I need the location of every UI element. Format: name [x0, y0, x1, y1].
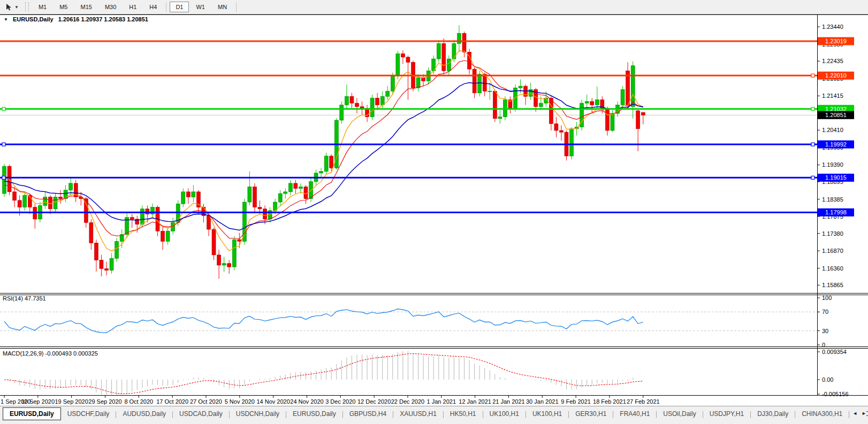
tab-xauusd-h1[interactable]: XAUUSD,H1: [393, 407, 443, 420]
price-tick-label: 1.16360: [822, 265, 843, 272]
price-tag[interactable]: 1.20851: [818, 111, 854, 119]
timeframe-button-h1[interactable]: H1: [123, 2, 142, 12]
timeframe-button-h4[interactable]: H4: [143, 2, 163, 12]
price-tag[interactable]: 1.23019: [818, 37, 854, 45]
cursor-tool-icon[interactable]: [3, 2, 14, 12]
candles-layer[interactable]: [3, 25, 645, 279]
symbol-period-label: EURUSD,Daily: [13, 16, 54, 22]
svg-text:1.19015: 1.19015: [825, 174, 847, 181]
price-tag[interactable]: 1.17998: [818, 209, 854, 217]
date-tick-label: 30 Jan 2021: [526, 398, 559, 405]
tab-gbpusd-h4[interactable]: GBPUSD,H4: [343, 407, 393, 420]
rsi-tick-label: 70: [822, 309, 828, 315]
rsi-line: [4, 309, 643, 333]
rsi-indicator-label: RSI(14) 47.7351: [3, 295, 46, 302]
line-handle[interactable]: [2, 143, 5, 146]
date-axis[interactable]: 1 Sep 202010 Sep 202019 Sep 202029 Sep 2…: [1, 395, 660, 405]
svg-text:1.22010: 1.22010: [825, 72, 847, 79]
svg-text:1.19992: 1.19992: [825, 141, 847, 148]
tab-dj30-daily[interactable]: DJ30,Daily: [751, 407, 795, 420]
date-tick-label: 1 Jan 2021: [427, 398, 456, 405]
line-handle[interactable]: [811, 143, 814, 146]
date-tick-label: 10 Sep 2020: [21, 398, 55, 405]
rsi-tick-label: 30: [822, 328, 828, 334]
macd-tick-label: -0.005156: [822, 391, 849, 397]
ma-slow-line: [4, 83, 643, 230]
price-tick-label: 1.15865: [822, 282, 843, 288]
tab-fra40-h1[interactable]: FRA40,H1: [613, 407, 656, 420]
date-tick-label: 24 Nov 2020: [290, 398, 323, 405]
toolbar-separator: [236, 2, 237, 12]
line-handle[interactable]: [2, 107, 5, 111]
price-tick-label: 1.20410: [822, 127, 843, 133]
tab-eurusd-daily[interactable]: EURUSD,Daily: [3, 407, 61, 420]
date-tick-label: 8 Oct 2020: [124, 398, 153, 405]
date-tick-label: 27 Oct 2020: [190, 398, 222, 405]
tab-uk100-h1[interactable]: UK100,H1: [526, 407, 568, 420]
tab-usdcad-daily[interactable]: USDCAD,Daily: [173, 407, 229, 420]
timeframe-button-m15[interactable]: M15: [74, 2, 97, 12]
tab-ger30-h1[interactable]: GER30,H1: [569, 407, 613, 420]
date-tick-label: 12 Jan 2021: [459, 398, 491, 405]
tab-audusd-daily[interactable]: AUDUSD,Daily: [116, 407, 172, 420]
tab-usdchf-daily[interactable]: USDCHF,Daily: [61, 407, 116, 420]
hlines-layer: [0, 41, 817, 212]
date-tick-label: 5 Nov 2020: [225, 398, 255, 405]
price-tag[interactable]: 1.22010: [818, 72, 854, 80]
rsi-tick-label: 0: [822, 342, 825, 348]
tool-dropdown-caret[interactable]: ▼: [14, 5, 19, 10]
tab-usdcnh-daily[interactable]: USDCNH,Daily: [230, 407, 286, 420]
tab-eurusd-daily[interactable]: EURUSD,Daily: [286, 407, 342, 420]
svg-text:1.17998: 1.17998: [825, 209, 847, 215]
timeframe-button-m30[interactable]: M30: [99, 2, 122, 12]
line-handle[interactable]: [811, 176, 814, 179]
line-handle[interactable]: [811, 74, 814, 77]
price-tick-label: 1.19390: [822, 161, 843, 168]
toolbar-separator: [166, 2, 166, 12]
tab-scroll-right-icon[interactable]: ►: [862, 411, 866, 416]
timeframe-button-d1[interactable]: D1: [170, 2, 189, 12]
cursor-arrow-glyph: [5, 3, 12, 11]
tab-china300-h1[interactable]: CHINA300,H1: [795, 407, 849, 420]
tab-scroll-left-icon[interactable]: ◄: [852, 411, 857, 416]
date-tick-label: 17 Oct 2020: [156, 398, 188, 405]
date-tick-label: 14 Nov 2020: [256, 398, 290, 405]
price-tick-label: 1.22435: [822, 58, 843, 64]
chart-canvas[interactable]: 1.234401.229301.224351.219251.214151.209…: [0, 0, 868, 424]
line-handle[interactable]: [811, 107, 814, 111]
rsi-tick-label: 100: [822, 295, 832, 301]
svg-text:1.20851: 1.20851: [825, 112, 847, 118]
moving-averages-layer: [4, 51, 643, 251]
tab-scroll-arrows: ◄ ►: [849, 411, 866, 416]
date-tick-label: 3 Dec 2020: [325, 398, 355, 405]
macd-tick-label: 0.00: [822, 376, 833, 383]
price-tick-label: 1.16870: [822, 248, 843, 254]
line-handle[interactable]: [2, 176, 5, 179]
tab-uk100-h1[interactable]: UK100,H1: [483, 407, 526, 420]
rsi-pane: [0, 309, 817, 333]
timeframe-buttons: M1M5M15M30H1H4D1W1MN: [32, 2, 239, 12]
toolbar-grip[interactable]: [25, 2, 29, 12]
macd-signal-line: [4, 353, 643, 394]
timeframe-button-m1[interactable]: M1: [33, 2, 52, 12]
timeframe-button-m5[interactable]: M5: [54, 2, 73, 12]
tab-usoil-daily[interactable]: USOil,Daily: [657, 407, 702, 420]
collapse-triangle-icon[interactable]: ▼: [4, 17, 8, 22]
price-tick-label: 1.18385: [822, 196, 843, 203]
price-tag[interactable]: 1.19015: [818, 174, 854, 182]
date-tick-label: 27 Feb 2021: [627, 398, 660, 405]
timeframe-button-mn[interactable]: MN: [212, 2, 233, 12]
timeframe-button-w1[interactable]: W1: [190, 2, 211, 12]
date-tick-label: 9 Feb 2021: [561, 398, 591, 405]
pane-frames: [0, 14, 868, 396]
tab-hk50-h1[interactable]: HK50,H1: [444, 407, 483, 420]
macd-pane: [4, 351, 643, 398]
date-tick-label: 12 Dec 2020: [357, 398, 391, 405]
price-tag[interactable]: 1.19992: [818, 141, 854, 149]
tab-usdjpy-h1[interactable]: USDJPY,H1: [703, 407, 750, 420]
price-tick-label: 1.23440: [822, 24, 843, 30]
ohlc-values: 1.20616 1.20937 1.20583 1.20851: [58, 16, 148, 22]
date-tick-label: 29 Sep 2020: [88, 398, 121, 405]
ohlc-info-line: ▼ EURUSD,Daily 1.20616 1.20937 1.20583 1…: [4, 16, 148, 22]
toolbar: ▼ M1M5M15M30H1H4D1W1MN: [0, 0, 868, 14]
